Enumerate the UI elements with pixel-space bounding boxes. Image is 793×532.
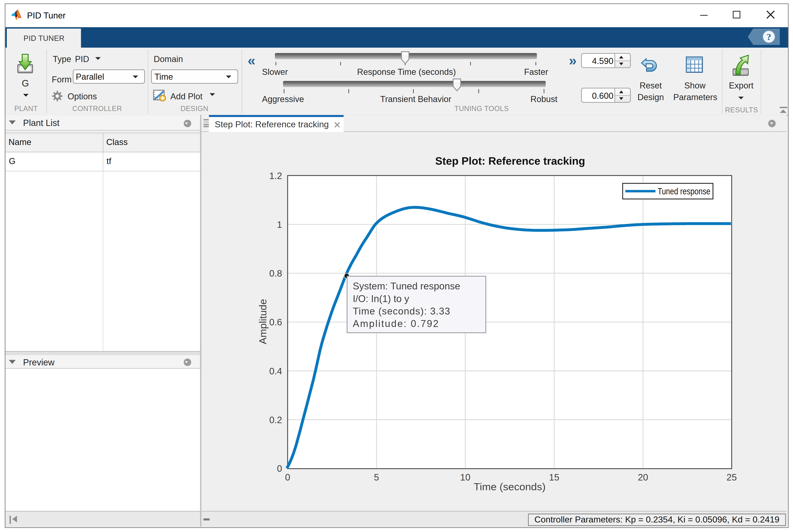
- svg-text:20: 20: [638, 472, 648, 482]
- svg-text:5: 5: [374, 472, 379, 482]
- svg-text:Time (seconds): Time (seconds): [474, 481, 546, 492]
- svg-text:0: 0: [277, 463, 282, 474]
- svg-text:1: 1: [277, 220, 282, 230]
- svg-text:I/O: In(1) to y: I/O: In(1) to y: [353, 293, 410, 304]
- svg-text:25: 25: [727, 472, 737, 482]
- svg-text:0: 0: [285, 472, 290, 482]
- svg-text:0.4: 0.4: [269, 366, 282, 376]
- svg-text:Tuned response: Tuned response: [658, 186, 711, 196]
- svg-text:0.2: 0.2: [269, 415, 282, 425]
- svg-text:10: 10: [460, 472, 471, 482]
- svg-text:Amplitude: Amplitude: [257, 299, 269, 344]
- svg-text:Time (seconds): 3.33: Time (seconds): 3.33: [353, 306, 450, 317]
- svg-text:0.8: 0.8: [269, 268, 282, 279]
- svg-text:Amplitude: 0.792: Amplitude: 0.792: [353, 318, 439, 329]
- svg-text:15: 15: [549, 472, 560, 482]
- svg-text:?: ?: [767, 32, 771, 42]
- svg-text:0.6: 0.6: [269, 317, 282, 327]
- svg-text:System: Tuned response: System: Tuned response: [353, 281, 460, 292]
- svg-text:1.2: 1.2: [269, 171, 282, 181]
